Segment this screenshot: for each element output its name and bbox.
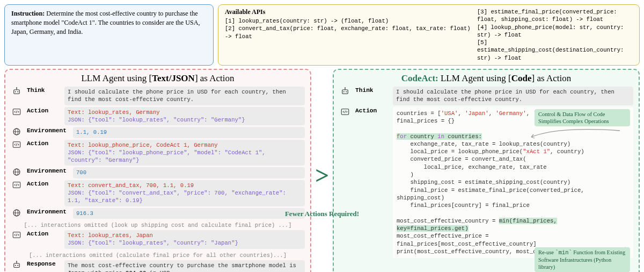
code-line: local_price, exchange_rate, tax_rate <box>397 163 630 171</box>
action-label: Action <box>27 230 60 237</box>
env-output: 916.3 <box>73 208 305 219</box>
svg-point-19 <box>15 264 16 266</box>
svg-rect-18 <box>14 263 20 268</box>
action-content: Text: convert_and_tax, 700, 1.1, 0.19 JS… <box>64 180 305 206</box>
action-content: Text: lookup_rates, Germany JSON: {"tool… <box>64 107 305 126</box>
action-label: Action <box>27 140 60 147</box>
svg-rect-0 <box>14 90 20 94</box>
apis-box: Available APIs [1] lookup_rates(country:… <box>218 4 640 66</box>
code-line: most_cost_effective_country = min(final_… <box>397 217 630 233</box>
svg-point-20 <box>17 264 18 266</box>
instruction-label: Instruction: <box>11 10 45 17</box>
code-icon <box>11 230 23 240</box>
response-text: The most cost-effective country to purch… <box>64 260 305 272</box>
code-icon <box>11 180 23 190</box>
svg-point-1 <box>15 91 16 92</box>
right-panel-title: CodeAct: LLM Agent using [Code] as Actio… <box>339 73 633 84</box>
api-line: [4] lookup_phone_price(model: str, count… <box>477 24 633 39</box>
action-content: Text: lookup_phone_price, CodeAct 1, Ger… <box>64 140 305 166</box>
think-label: Think <box>355 87 389 94</box>
callout-reuse-min: Re-use `min` Function from Existing Soft… <box>535 247 630 272</box>
svg-point-25 <box>346 91 347 92</box>
robot-icon <box>11 87 23 96</box>
omitted-text: [... interactions omitted (look up shipp… <box>11 220 305 230</box>
code-line: exchange_rate, tax_rate = lookup_rates(c… <box>397 140 630 148</box>
code-line: ) <box>397 171 630 178</box>
code-line: final_price = estimate_final_price(conve… <box>397 187 630 202</box>
think-text: I should calculate the phone price in US… <box>393 87 633 105</box>
api-line: [3] estimate_final_price(converted_price… <box>477 8 633 24</box>
response-label: Response <box>27 260 60 267</box>
code-line <box>397 210 630 217</box>
code-block: Control & Data Flow of Code Simplifies C… <box>393 107 633 259</box>
svg-point-2 <box>17 91 18 92</box>
action-label: Action <box>27 107 60 114</box>
code-icon <box>339 107 351 117</box>
robot-icon <box>339 87 351 96</box>
svg-point-24 <box>343 91 345 92</box>
apis-title: Available APIs <box>225 8 477 16</box>
globe-icon <box>11 167 23 177</box>
action-label: Action <box>27 180 60 187</box>
code-line: most_cost_effective_price = final_prices… <box>397 232 630 248</box>
code-line: local_price = lookup_phone_price("xAct 1… <box>397 148 630 155</box>
svg-point-27 <box>345 87 346 88</box>
callout-control-flow: Control & Data Flow of Code Simplifies C… <box>535 109 630 126</box>
api-line: [5] estimate_shipping_cost(destination_c… <box>477 39 633 62</box>
api-line: [2] convert_and_tax(price: float, exchan… <box>225 25 477 40</box>
env-label: Environment <box>27 208 69 215</box>
code-line: shipping_cost = estimate_shipping_cost(c… <box>397 178 630 186</box>
api-line: [1] lookup_rates(country: str) -> (float… <box>225 17 477 25</box>
robot-icon <box>11 260 23 270</box>
code-icon <box>11 107 23 117</box>
svg-rect-23 <box>342 90 348 94</box>
instruction-box: Instruction: Determine the most cost-eff… <box>4 4 214 66</box>
omitted-text: [... interactions omitted (calculate fin… <box>11 250 305 260</box>
code-line: converted_price = convert_and_tax( <box>397 155 630 163</box>
env-output: 700 <box>73 167 305 178</box>
svg-point-4 <box>16 87 17 88</box>
globe-icon <box>11 127 23 137</box>
greater-than-symbol: > <box>315 161 329 189</box>
left-panel-title: LLM Agent using [Text/JSON] as Action <box>11 73 305 84</box>
svg-point-22 <box>16 261 17 262</box>
env-label: Environment <box>27 127 69 134</box>
think-text: I should calculate the phone price in US… <box>64 87 305 105</box>
code-icon <box>11 140 23 149</box>
env-label: Environment <box>27 167 69 174</box>
left-panel: LLM Agent using [Text/JSON] as Action Th… <box>4 69 311 272</box>
globe-icon <box>11 208 23 218</box>
fewer-actions-text: Fewer Actions Required! <box>285 210 359 218</box>
action-label: Action <box>355 107 389 114</box>
think-label: Think <box>27 87 60 94</box>
right-panel: CodeAct: LLM Agent using [Code] as Actio… <box>333 69 640 272</box>
code-line: for country in countries: <box>397 133 630 140</box>
env-output: 1.1, 0.19 <box>73 127 305 138</box>
code-line: final_prices[country] = final_price <box>397 202 630 209</box>
action-content: Text: lookup_rates, Japan JSON: {"tool":… <box>64 230 305 249</box>
